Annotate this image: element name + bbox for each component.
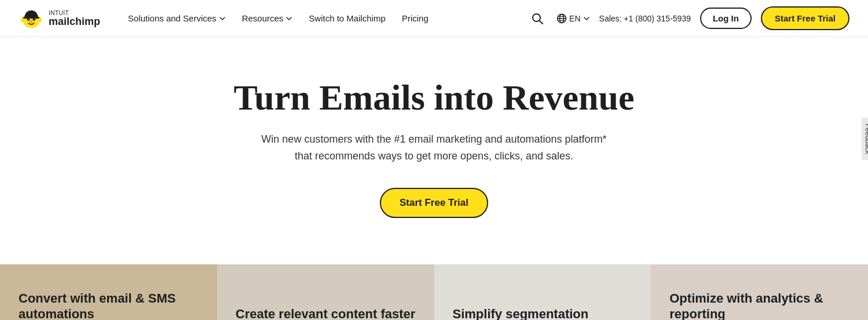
nav-resources-link[interactable]: Resources — [235, 9, 300, 28]
nav-solutions-link[interactable]: Solutions and Services — [121, 9, 233, 28]
features-grid: Convert with email & SMS automations Cre… — [0, 264, 868, 320]
main-nav: INTUIT mailchimp Solutions and Services … — [0, 0, 868, 37]
feature-tile-1-text: Convert with email & SMS automations — [19, 290, 199, 320]
svg-rect-8 — [23, 17, 39, 19]
search-button[interactable] — [528, 9, 547, 28]
nav-switch-link[interactable]: Switch to Mailchimp — [302, 9, 393, 28]
logo-intuit-text: INTUIT — [49, 10, 100, 16]
start-free-trial-button-nav[interactable]: Start Free Trial — [761, 6, 849, 30]
login-button[interactable]: Log In — [700, 8, 752, 29]
nav-right: EN Sales: +1 (800) 315-5939 Log In Start… — [528, 6, 849, 30]
hero-title: Turn Emails into Revenue — [234, 78, 635, 117]
search-icon — [531, 12, 544, 25]
feature-tile-2-text: Create relevant content faster — [236, 306, 416, 320]
chevron-down-icon — [219, 15, 226, 22]
feature-tile-3-text: Simplify segmentation — [453, 306, 589, 320]
hero-section: Turn Emails into Revenue Win new custome… — [0, 37, 868, 264]
chevron-down-icon — [285, 15, 292, 22]
nav-pricing-link[interactable]: Pricing — [395, 9, 435, 28]
feature-tile-3[interactable]: Simplify segmentation — [434, 264, 651, 320]
chevron-down-icon — [583, 15, 590, 22]
mailchimp-logo-icon — [19, 6, 44, 31]
feature-tile-4[interactable]: Optimize with analytics & reporting — [651, 264, 868, 320]
logo-link[interactable]: INTUIT mailchimp — [19, 6, 100, 31]
hero-subtitle: Win new customers with the #1 email mark… — [255, 131, 614, 165]
sales-number: Sales: +1 (800) 315-5939 — [599, 14, 691, 23]
svg-point-7 — [30, 20, 33, 23]
feature-tile-1[interactable]: Convert with email & SMS automations — [0, 264, 217, 320]
language-selector[interactable]: EN — [556, 13, 589, 24]
feature-tile-4-text: Optimize with analytics & reporting — [669, 290, 849, 320]
globe-icon — [556, 13, 567, 24]
feature-tile-2[interactable]: Create relevant content faster — [217, 264, 434, 320]
logo-mailchimp-text: mailchimp — [49, 16, 100, 27]
start-free-trial-button-hero[interactable]: Start Free Trial — [380, 188, 488, 218]
nav-links: Solutions and Services Resources Switch … — [121, 9, 528, 28]
feedback-tab[interactable]: Feedback — [862, 118, 868, 160]
